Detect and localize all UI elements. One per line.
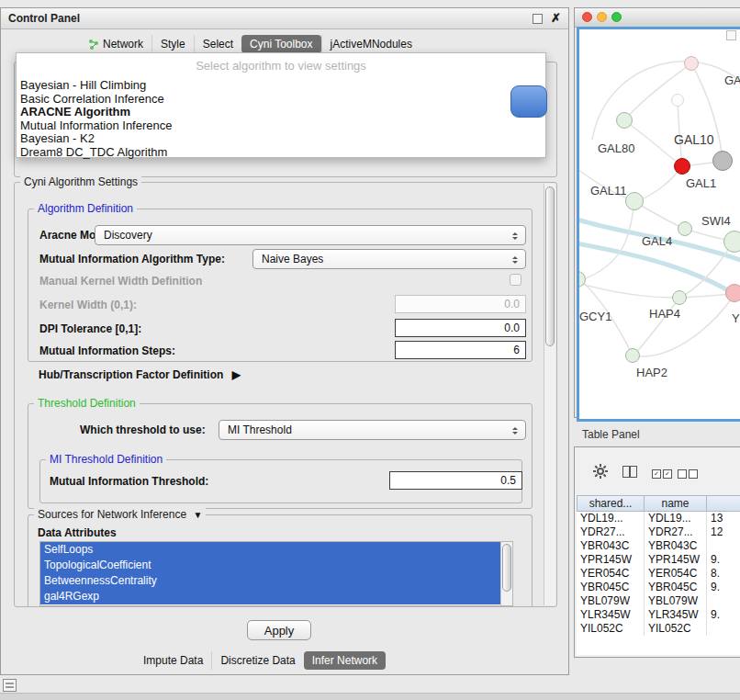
table-cell[interactable]: 9. xyxy=(707,608,740,622)
aracne-mode-select[interactable]: Discovery xyxy=(95,225,526,245)
tab-discretize-data[interactable]: Discretize Data xyxy=(211,651,303,670)
tab-jactivemnodules[interactable]: jActiveMNodules xyxy=(321,35,420,53)
table-row[interactable]: YPR145WYPR145W9. xyxy=(577,553,740,567)
settings-scrollbar[interactable] xyxy=(544,184,555,605)
table-cell[interactable] xyxy=(707,539,740,553)
table-cell[interactable] xyxy=(707,594,740,608)
table-cell[interactable]: YLR345W xyxy=(577,608,645,622)
table-cell[interactable]: YBR045C xyxy=(645,581,707,594)
zoom-traffic-light[interactable] xyxy=(611,12,622,22)
column-header[interactable]: name xyxy=(645,495,707,512)
tab-select[interactable]: Select xyxy=(194,35,241,53)
table-cell[interactable]: YLR345W xyxy=(645,608,707,622)
settings-scrollbar-thumb[interactable] xyxy=(545,186,555,346)
table-row[interactable]: YBR045CYBR045C9. xyxy=(577,581,740,594)
network-node[interactable] xyxy=(671,94,684,107)
network-node[interactable] xyxy=(723,231,740,253)
column-selector-icon[interactable] xyxy=(622,466,637,478)
network-node[interactable] xyxy=(625,192,644,210)
list-item[interactable]: BetweennessCentrality xyxy=(40,573,512,589)
minimized-panel-icon[interactable] xyxy=(3,679,17,692)
table-cell[interactable]: YDR27... xyxy=(645,525,707,539)
select-all-rows-icon[interactable]: ✓✓ xyxy=(652,467,674,480)
table-cell[interactable]: YIL052C xyxy=(577,622,645,636)
network-node[interactable] xyxy=(725,284,740,302)
mi-threshold-input[interactable]: 0.5 xyxy=(389,471,522,490)
network-window-titlebar[interactable] xyxy=(575,8,740,28)
network-node[interactable] xyxy=(678,221,692,236)
dpi-tolerance-input[interactable]: 0.0 xyxy=(395,319,526,337)
manual-kernel-checkbox[interactable] xyxy=(510,274,521,286)
network-node[interactable] xyxy=(684,56,699,71)
close-window-icon[interactable]: ✗ xyxy=(551,10,561,27)
menu-item[interactable]: Bayesian - K2 xyxy=(17,132,545,146)
table-cell[interactable]: 13 xyxy=(707,512,740,525)
table-cell[interactable]: YBR045C xyxy=(577,581,645,594)
table-cell[interactable]: YDL19... xyxy=(577,512,645,525)
table-row[interactable]: YBL079WYBL079W xyxy=(577,594,740,608)
table-row[interactable]: YLR345WYLR345W9. xyxy=(577,608,740,622)
table-row[interactable]: YDR27...YDR27...12 xyxy=(577,525,740,539)
list-item[interactable]: SelfLoops xyxy=(40,542,512,558)
sources-section-toggle[interactable]: Sources for Network Inference ▼ xyxy=(34,508,206,521)
network-node[interactable] xyxy=(616,112,633,129)
list-item[interactable]: TopologicalCoefficient xyxy=(40,558,512,573)
collapsed-arrow-icon[interactable]: ▶ xyxy=(232,368,241,381)
tab-network[interactable]: Network xyxy=(80,35,151,53)
table-cell[interactable]: YBL079W xyxy=(577,594,645,608)
tab-infer-network[interactable]: Infer Network xyxy=(304,651,386,670)
table-cell[interactable]: YPR145W xyxy=(645,553,707,567)
tab-cyni-toolbox[interactable]: Cyni Toolbox xyxy=(241,35,320,53)
deselect-all-rows-icon[interactable] xyxy=(678,467,700,480)
hub-section-toggle[interactable]: Hub/Transcription Factor Definition ▶ xyxy=(39,368,241,381)
tab-style[interactable]: Style xyxy=(151,35,194,53)
popup-scrollbar-thumb[interactable] xyxy=(510,85,547,118)
kernel-width-input[interactable]: 0.0 xyxy=(395,295,526,313)
minimize-traffic-light[interactable] xyxy=(597,12,607,22)
table-cell[interactable]: YBL079W xyxy=(645,594,707,608)
table-cell[interactable]: 9. xyxy=(707,581,740,594)
table-cell[interactable] xyxy=(707,622,740,636)
table-cell[interactable]: 8. xyxy=(707,567,740,581)
close-traffic-light[interactable] xyxy=(582,12,592,22)
network-node[interactable] xyxy=(712,151,733,171)
network-canvas[interactable]: GAL80GAL10GALGAL11GAL1SWI4GAL4GCY1HAP4YH… xyxy=(577,27,740,422)
float-window-icon[interactable] xyxy=(533,14,543,24)
menu-item[interactable]: Mutual Information Inference xyxy=(17,119,545,133)
table-row[interactable]: YDL19...YDL19...13 xyxy=(577,512,740,525)
table-cell[interactable]: 12 xyxy=(707,525,740,539)
control-panel-titlebar[interactable]: Control Panel ✗ xyxy=(1,8,568,29)
table-cell[interactable]: 9. xyxy=(707,553,740,567)
table-cell[interactable]: YPR145W xyxy=(577,553,645,567)
table-cell[interactable]: YIL052C xyxy=(645,622,707,636)
table-cell[interactable]: YBR043C xyxy=(577,539,645,553)
mi-steps-input[interactable]: 6 xyxy=(395,341,526,359)
list-item[interactable]: gal4RGexp xyxy=(40,589,512,604)
tab-impute-data[interactable]: Impute Data xyxy=(135,651,211,670)
apply-button[interactable]: Apply xyxy=(247,620,311,640)
table-cell[interactable]: YBR043C xyxy=(645,539,707,553)
network-node[interactable] xyxy=(577,271,586,288)
data-attributes-list[interactable]: SelfLoops TopologicalCoefficient Between… xyxy=(39,541,513,606)
network-node[interactable] xyxy=(674,158,690,175)
menu-item[interactable]: Basic Correlation Inference xyxy=(17,93,545,107)
table-cell[interactable]: YER054C xyxy=(645,567,707,581)
expanded-arrow-icon[interactable]: ▼ xyxy=(193,510,202,520)
menu-item[interactable]: Dream8 DC_TDC Algorithm xyxy=(17,146,545,160)
which-threshold-select[interactable]: MI Threshold xyxy=(219,420,526,440)
table-cell[interactable]: YDL19... xyxy=(645,512,707,525)
table-row[interactable]: YBR043CYBR043C xyxy=(577,539,740,553)
network-node[interactable] xyxy=(672,290,687,305)
table-cell[interactable]: YER054C xyxy=(577,567,645,581)
table-row[interactable]: YER054CYER054C8. xyxy=(577,567,740,581)
network-node[interactable] xyxy=(625,348,640,363)
column-header[interactable]: shared... xyxy=(577,495,645,512)
attributes-scrollbar[interactable] xyxy=(500,542,512,605)
attributes-scrollbar-thumb[interactable] xyxy=(502,544,511,592)
mi-type-select[interactable]: Naive Bayes xyxy=(252,249,526,269)
menu-item-selected[interactable]: ARACNE Algorithm xyxy=(17,106,545,119)
table-cell[interactable]: YDR27... xyxy=(577,525,645,539)
table-row[interactable]: YIL052CYIL052C xyxy=(577,622,740,636)
column-header[interactable] xyxy=(707,495,740,512)
table-settings-gear-icon[interactable] xyxy=(593,464,608,481)
